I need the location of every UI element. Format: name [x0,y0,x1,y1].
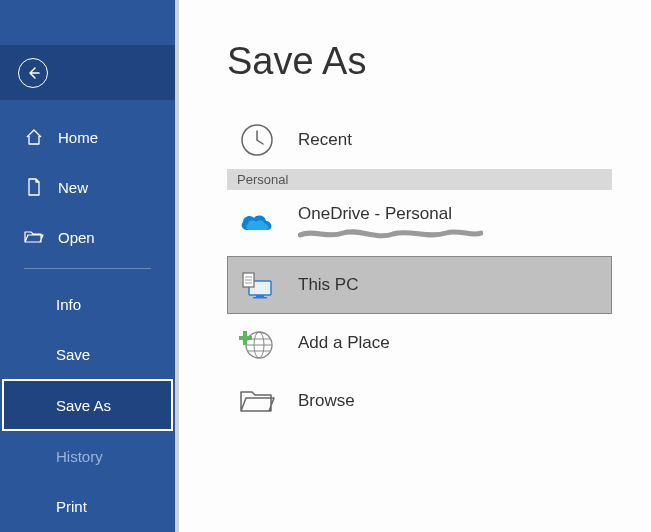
nav-label: Save As [56,397,111,414]
arrow-left-icon [25,65,41,81]
backstage-sidebar: Home New Open Info Save Save As History [0,0,175,532]
location-label: Browse [298,391,355,411]
this-pc-icon [238,266,276,304]
location-this-pc[interactable]: This PC [227,256,612,314]
location-browse[interactable]: Browse [227,372,612,430]
svg-rect-14 [239,336,252,340]
nav-print[interactable]: Print [0,481,175,531]
nav-label: Print [56,498,87,515]
nav-label: History [56,448,103,465]
location-label: Recent [298,130,352,150]
svg-rect-2 [256,295,264,297]
nav-new[interactable]: New [0,162,175,212]
nav-save-as[interactable]: Save As [2,379,173,431]
page-title: Save As [227,40,651,83]
folder-open-icon [24,227,44,247]
folder-icon [238,382,276,420]
back-row [0,45,175,100]
add-place-icon [238,324,276,362]
nav-label: Info [56,296,81,313]
nav-open[interactable]: Open [0,212,175,262]
location-label: Add a Place [298,333,390,353]
location-label: This PC [298,275,358,295]
section-header-personal: Personal [227,169,612,190]
redacted-email [298,225,478,243]
clock-icon [238,121,276,159]
nav-label: Open [58,229,95,246]
nav-label: Home [58,129,98,146]
home-icon [24,127,44,147]
nav-history: History [0,431,175,481]
location-label: OneDrive - Personal [298,203,478,225]
document-icon [24,177,44,197]
sidebar-spacer [0,0,175,45]
onedrive-icon [238,204,276,242]
back-button[interactable] [18,58,48,88]
nav-list: Home New Open Info Save Save As History [0,100,175,531]
svg-rect-3 [253,297,267,299]
nav-home[interactable]: Home [0,112,175,162]
nav-info[interactable]: Info [0,279,175,329]
location-onedrive[interactable]: OneDrive - Personal [227,190,612,256]
location-recent[interactable]: Recent [227,111,612,169]
main-panel: Save As Recent Personal OneDrive - Perso… [175,0,651,532]
nav-label: Save [56,346,90,363]
nav-save[interactable]: Save [0,329,175,379]
nav-label: New [58,179,88,196]
location-label-group: OneDrive - Personal [298,203,478,243]
location-add-place[interactable]: Add a Place [227,314,612,372]
nav-divider [24,268,151,269]
locations-panel: Recent Personal OneDrive - Personal [227,111,612,430]
